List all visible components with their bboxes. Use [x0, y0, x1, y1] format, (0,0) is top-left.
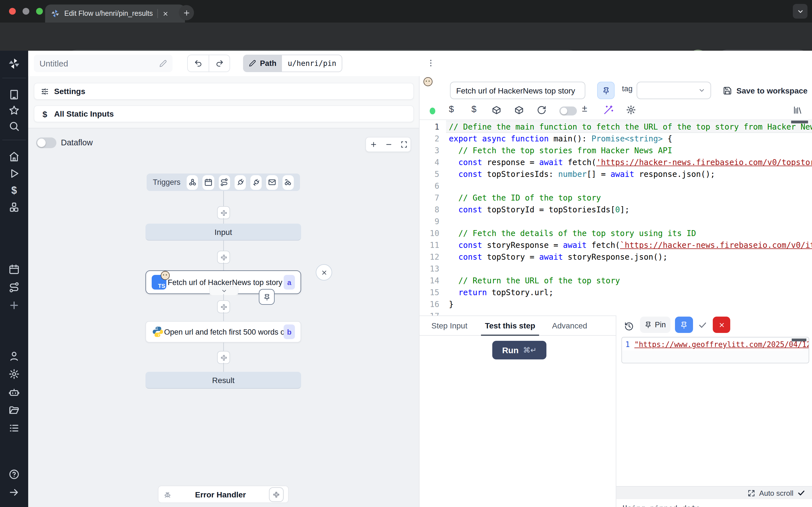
tab-search-chevron-button[interactable]: [793, 4, 808, 18]
pin-label: Pin: [655, 321, 666, 329]
edit-pencil-icon[interactable]: [159, 59, 167, 67]
poll-watch-trigger-icon[interactable]: [282, 175, 294, 189]
editor-toggle[interactable]: [559, 107, 577, 115]
flow-edge: [223, 312, 223, 321]
unpin-close-button[interactable]: [713, 317, 730, 333]
sidebar-item-help-icon[interactable]: [8, 469, 20, 480]
webhook-trigger-icon[interactable]: [187, 175, 198, 189]
pinned-value-text: "https://www.geoffreylitt.com/2025/04/12…: [635, 339, 809, 350]
flow-edge: [223, 218, 223, 224]
path-chip[interactable]: Path u/henri/pin: [243, 55, 343, 72]
history-icon[interactable]: [624, 322, 634, 331]
sidebar-item-add-plus[interactable]: [8, 300, 20, 311]
pin-toggle-button[interactable]: [597, 82, 615, 99]
zoom-in-icon[interactable]: [366, 137, 381, 152]
http-route-trigger-icon[interactable]: [218, 175, 230, 189]
assets-dollar-icon[interactable]: $: [449, 104, 454, 114]
code-content[interactable]: // Define the main function to fetch the…: [449, 121, 812, 316]
flow-node-step-b[interactable]: Open url and fetch first 500 words of ..…: [146, 321, 301, 342]
auto-scroll-check-icon[interactable]: [797, 489, 805, 497]
schedule-trigger-icon[interactable]: [203, 175, 214, 189]
dataflow-toggle[interactable]: [36, 137, 56, 148]
save-to-workspace-button[interactable]: Save to workspace: [723, 82, 808, 99]
flow-node-result[interactable]: Result: [146, 372, 301, 389]
flow-name-field[interactable]: Untitled: [34, 55, 172, 72]
undo-icon[interactable]: [188, 55, 209, 71]
sidebar-item-folders-icon[interactable]: [8, 404, 20, 416]
result-node-label: Result: [212, 376, 234, 385]
add-step-button[interactable]: [217, 300, 230, 313]
library-icon[interactable]: [793, 105, 802, 115]
sidebar-item-runs-play[interactable]: [8, 168, 20, 179]
sidebar-item-routes[interactable]: [8, 282, 20, 293]
kafka-plug-zap-trigger-icon[interactable]: [250, 175, 262, 189]
run-button[interactable]: Run ⌘↵: [492, 341, 546, 359]
email-trigger-icon[interactable]: [266, 175, 278, 189]
settings-label: Settings: [54, 87, 85, 96]
redo-icon[interactable]: [209, 55, 230, 71]
close-tab-icon[interactable]: [162, 10, 168, 17]
flow-graph-panel: Settings $ All Static Inputs Dataflow: [28, 76, 419, 507]
flow-node-input[interactable]: Input: [146, 224, 301, 240]
triggers-bar[interactable]: Triggers: [147, 173, 300, 191]
sidebar-item-variables-dollar[interactable]: $: [8, 185, 20, 196]
reload-script-icon[interactable]: [537, 105, 546, 115]
pin-button[interactable]: Pin: [640, 317, 670, 333]
zoom-out-icon[interactable]: [381, 137, 396, 152]
sidebar-item-home[interactable]: [8, 151, 20, 162]
sidebar-item-users-person[interactable]: [8, 350, 20, 362]
sidebar-item-search-icon[interactable]: [8, 121, 20, 132]
windmill-logo-icon[interactable]: [8, 57, 20, 70]
error-handler-node[interactable]: Error Handler: [158, 486, 289, 503]
minimize-window-button[interactable]: [22, 8, 29, 15]
package-icon[interactable]: [514, 105, 524, 115]
editor-toolbar: $ $ ±: [419, 101, 812, 120]
add-step-button[interactable]: [217, 206, 230, 219]
more-options-kebab-icon[interactable]: [426, 57, 435, 69]
close-window-button[interactable]: [9, 8, 16, 15]
fit-view-icon[interactable]: [396, 137, 412, 152]
sidebar-item-resources-cubes[interactable]: [8, 202, 20, 213]
new-tab-button[interactable]: [179, 5, 194, 20]
pinned-value-editor[interactable]: 1 "https://www.geoffreylitt.com/2025/04/…: [621, 337, 809, 363]
pinned-step-pin-icon[interactable]: [259, 289, 274, 305]
sidebar-collapse-arrow-icon[interactable]: [8, 487, 20, 498]
add-step-button[interactable]: [217, 251, 230, 264]
confirm-check-icon[interactable]: [698, 321, 707, 330]
tab-test-this-step[interactable]: Test this step: [485, 321, 535, 330]
collapse-step-chevron[interactable]: [209, 286, 239, 296]
pinned-scrollbar-thumb[interactable]: [792, 339, 806, 341]
variables-dollar-icon[interactable]: $: [471, 104, 476, 114]
pinned-status-text: Using pinned data: [622, 503, 700, 507]
editor-scrollbar-thumb[interactable]: [791, 121, 808, 123]
step-title-input[interactable]: [450, 82, 585, 99]
maximize-window-button[interactable]: [36, 8, 43, 15]
ai-wand-icon[interactable]: [603, 105, 613, 115]
tab-step-input[interactable]: Step Input: [432, 321, 467, 330]
sidebar-item-logs-list[interactable]: [8, 422, 20, 434]
expand-icon[interactable]: [748, 489, 755, 497]
diff-plus-minus-icon[interactable]: ±: [582, 103, 587, 114]
add-error-handler-button[interactable]: [269, 487, 284, 502]
code-editor[interactable]: 1234567891011121314151617 // Define the …: [419, 120, 812, 316]
sidebar-item-schedules-calendar[interactable]: [8, 264, 20, 275]
add-step-button[interactable]: [217, 351, 230, 364]
editor-settings-gear-icon[interactable]: [626, 105, 636, 115]
sidebar-item-workers-robot[interactable]: [8, 386, 20, 398]
websocket-plug-trigger-icon[interactable]: [235, 175, 246, 189]
sidebar-item-favorites-star[interactable]: [8, 105, 20, 116]
sidebar-item-workspace[interactable]: [8, 89, 20, 100]
remove-step-button[interactable]: [316, 264, 332, 281]
package-icon[interactable]: [492, 105, 501, 115]
browser-tab[interactable]: Edit Flow u/henri/pin_results: [45, 4, 185, 22]
sidebar-item-settings-gear-icon[interactable]: [8, 369, 20, 380]
tab-advanced[interactable]: Advanced: [552, 321, 587, 330]
flow-canvas[interactable]: Dataflow Triggers: [28, 128, 419, 507]
pinned-active-button[interactable]: [675, 317, 693, 333]
error-handler-label: Error Handler: [172, 490, 269, 499]
all-static-inputs-row[interactable]: $ All Static Inputs: [34, 105, 414, 122]
canvas-zoom-controls: [365, 137, 411, 152]
dataflow-label: Dataflow: [61, 138, 93, 147]
flow-settings-row[interactable]: Settings: [34, 83, 414, 100]
tag-select[interactable]: [637, 82, 711, 99]
